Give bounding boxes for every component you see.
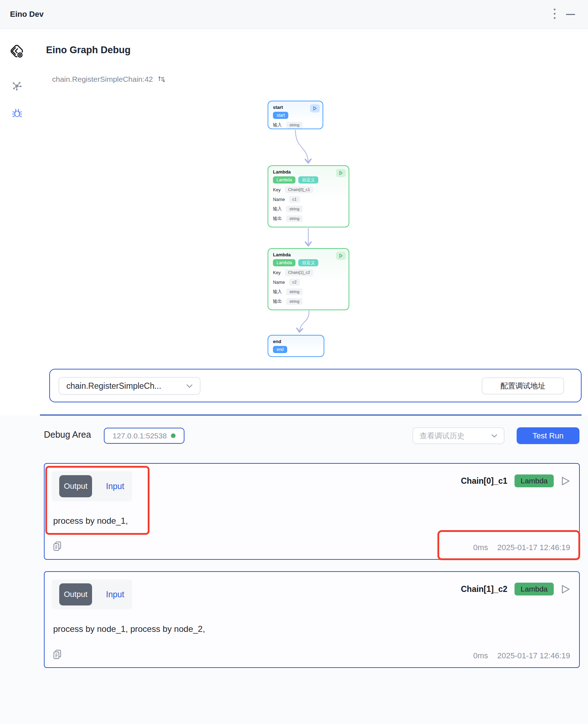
debug-history-placeholder: 查看调试历史: [420, 431, 465, 441]
debug-bug-icon[interactable]: [11, 107, 23, 121]
node-run-icon[interactable]: [310, 104, 320, 112]
node-field-label: 输出: [273, 298, 282, 305]
graph-view-icon[interactable]: [11, 80, 22, 93]
node-custom-badge: 自定义: [298, 176, 318, 183]
node-type-badge: end: [273, 346, 287, 353]
app-window: Eino Dev: [0, 0, 588, 724]
node-run-icon[interactable]: [336, 252, 346, 260]
node-field-label: 输入: [273, 206, 282, 212]
result-duration: 0ms: [473, 651, 488, 660]
node-field-label: 输入: [273, 289, 282, 295]
result-timestamp: 2025-01-17 12:46:19: [497, 543, 570, 552]
graph-edges: [0, 93, 392, 364]
result-card-header: Chain[0]_c1 Lambda: [461, 474, 571, 487]
copy-icon[interactable]: [52, 649, 62, 661]
graph-select-value: chain.RegisterSimpleCh...: [66, 381, 161, 391]
result-output-text: process by node_1, process by node_2,: [53, 624, 205, 634]
node-custom-badge: 自定义: [298, 259, 318, 266]
result-time-meta: 0ms 2025-01-17 12:46:19: [473, 543, 570, 552]
tab-output[interactable]: Output: [59, 583, 92, 605]
debug-server-address: 127.0.0.1:52538: [113, 432, 167, 440]
tab-input[interactable]: Input: [106, 471, 124, 501]
result-node-name: Chain[0]_c1: [461, 476, 507, 486]
node-title: end: [273, 339, 319, 344]
section-divider: [40, 414, 582, 416]
tab-output[interactable]: Output: [59, 475, 92, 497]
result-node-name: Chain[1]_c2: [461, 584, 507, 594]
graph-node-lambda-c2[interactable]: Lambda Lambda 自定义 KeyChain[1]_c2 Namec2 …: [268, 248, 349, 310]
debug-section-background: [0, 416, 588, 724]
node-type-badge: start: [273, 112, 288, 119]
node-field-label: Key: [273, 270, 281, 275]
graph-node-start[interactable]: start start 输入 string: [268, 101, 323, 129]
node-field-value: Chain[1]_c2: [285, 269, 313, 276]
result-output-text: process by node_1,: [53, 516, 128, 526]
run-node-icon[interactable]: [561, 476, 571, 486]
node-field-label: Name: [273, 197, 285, 202]
result-timestamp: 2025-01-17 12:46:19: [497, 651, 570, 660]
debug-result-card: Output Input Chain[1]_c2 Lambda process …: [44, 571, 580, 668]
node-title: Lambda: [273, 169, 344, 175]
test-run-button[interactable]: Test Run: [517, 427, 579, 444]
node-field-value: c1: [289, 196, 300, 203]
tab-input[interactable]: Input: [106, 579, 124, 609]
node-field-value: string: [286, 122, 303, 129]
app-title: Eino Dev: [10, 10, 44, 19]
node-field-label: 输入: [273, 122, 282, 128]
result-node-type-badge: Lambda: [514, 474, 554, 487]
debug-area-title: Debug Area: [44, 429, 91, 440]
connection-status-dot: [171, 433, 176, 438]
configure-debug-address-label: 配置调试地址: [501, 381, 546, 391]
node-field-value: c2: [289, 279, 300, 286]
node-type-badge: Lambda: [273, 176, 295, 183]
run-node-icon[interactable]: [561, 584, 571, 594]
node-field-value: string: [286, 206, 303, 212]
node-field-label: Name: [273, 280, 285, 285]
result-duration: 0ms: [473, 543, 488, 552]
test-run-label: Test Run: [533, 431, 564, 441]
result-time-meta: 0ms 2025-01-17 12:46:19: [473, 651, 570, 660]
result-card-header: Chain[1]_c2 Lambda: [461, 583, 571, 595]
output-input-tabs: Output Input: [52, 471, 132, 501]
node-field-label: Key: [273, 187, 281, 192]
node-field-value: string: [286, 288, 303, 295]
chevron-down-icon: [186, 384, 193, 388]
node-type-badge: Lambda: [273, 259, 295, 266]
graph-select[interactable]: chain.RegisterSimpleCh...: [59, 377, 201, 395]
result-node-type-badge: Lambda: [514, 583, 554, 595]
node-field-value: Chain[0]_c1: [285, 186, 313, 193]
graph-address-bar: chain.RegisterSimpleCh... 配置调试地址: [49, 369, 582, 402]
node-field-label: 输出: [273, 216, 282, 222]
node-field-value: string: [286, 215, 303, 222]
graph-node-lambda-c1[interactable]: Lambda Lambda 自定义 KeyChain[0]_c1 Namec1 …: [268, 165, 349, 227]
titlebar: Eino Dev: [0, 0, 588, 29]
trace-breadcrumb: chain.RegisterSimpleChain:42: [52, 75, 166, 84]
sort-layout-icon[interactable]: [157, 75, 166, 84]
debug-server-badge: 127.0.0.1:52538: [104, 428, 184, 444]
minimize-icon[interactable]: [566, 14, 575, 15]
debug-result-card: Output Input Chain[0]_c1 Lambda process …: [44, 463, 580, 560]
eino-logo-icon: [8, 42, 26, 62]
output-input-tabs: Output Input: [52, 579, 132, 609]
page-title: Eino Graph Debug: [46, 45, 131, 56]
copy-icon[interactable]: [52, 541, 62, 553]
graph-node-end[interactable]: end end: [268, 335, 324, 357]
more-menu-icon[interactable]: [554, 9, 556, 21]
trace-label: chain.RegisterSimpleChain:42: [52, 75, 153, 84]
node-field-value: string: [286, 298, 303, 305]
debug-history-select[interactable]: 查看调试历史: [412, 427, 505, 444]
node-title: Lambda: [273, 252, 344, 257]
node-run-icon[interactable]: [336, 169, 346, 177]
chevron-down-icon: [491, 434, 497, 438]
configure-debug-address-button[interactable]: 配置调试地址: [482, 377, 564, 394]
